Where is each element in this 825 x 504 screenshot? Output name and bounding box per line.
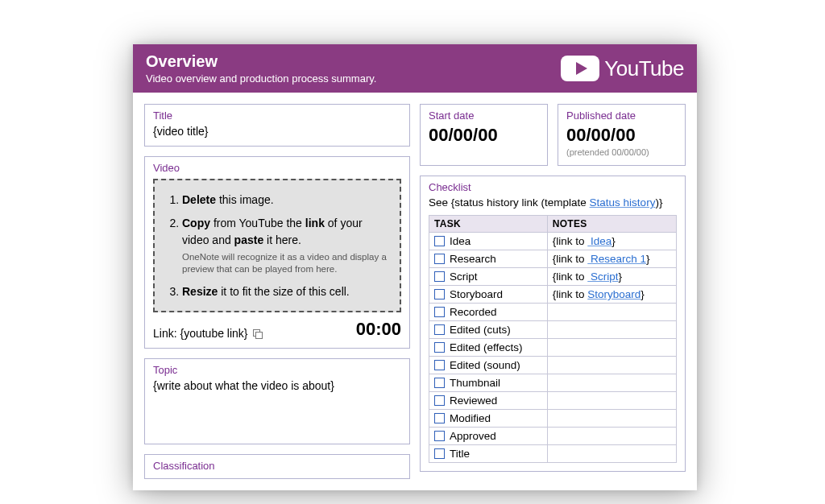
task-label: Edited (sound) <box>450 359 520 371</box>
task-checkbox[interactable] <box>434 236 445 246</box>
table-row: Reviewed <box>429 392 677 410</box>
table-row: Edited (cuts) <box>429 321 677 339</box>
task-notes[interactable] <box>547 392 676 410</box>
task-notes[interactable]: {link to Storyboard} <box>547 286 676 304</box>
task-notes[interactable] <box>547 445 676 463</box>
task-notes[interactable] <box>547 357 676 374</box>
task-notes[interactable] <box>547 339 676 357</box>
table-row: Title <box>429 445 677 463</box>
status-history-link[interactable]: Status history <box>590 196 656 209</box>
table-row: Edited (effects) <box>429 339 677 357</box>
task-notes[interactable] <box>547 428 676 445</box>
task-label: Reviewed <box>450 395 497 407</box>
task-label: Approved <box>450 430 496 442</box>
video-duration: 00:00 <box>356 319 401 340</box>
topic-label: Topic <box>153 364 401 376</box>
task-label: Modified <box>450 412 491 424</box>
published-date-sub: (pretended 00/00/00) <box>566 147 677 157</box>
task-checkbox[interactable] <box>434 289 445 300</box>
note-link[interactable]: Idea <box>587 235 611 247</box>
task-notes[interactable] <box>547 304 676 321</box>
task-checkbox[interactable] <box>434 431 445 441</box>
task-checkbox[interactable] <box>434 271 445 282</box>
task-notes[interactable] <box>547 374 676 392</box>
table-row: Recorded <box>429 304 677 321</box>
title-label: Title <box>153 109 401 122</box>
checklist-see-line: See {status history link (template Statu… <box>429 196 677 209</box>
table-row: Script{link to Script} <box>429 268 677 286</box>
note-link[interactable]: Storyboard <box>587 288 641 300</box>
table-row: Storyboard{link to Storyboard} <box>429 286 677 304</box>
title-field[interactable]: {video title} <box>153 125 401 138</box>
table-row: Edited (sound) <box>429 357 677 374</box>
classification-label: Classification <box>153 460 401 472</box>
table-row: Idea{link to Idea} <box>429 233 677 250</box>
task-checkbox[interactable] <box>434 324 445 335</box>
task-label: Recorded <box>450 306 497 318</box>
banner-subtitle: Video overview and production process su… <box>146 72 376 85</box>
start-date-value[interactable]: 00/00/00 <box>429 125 539 146</box>
banner-title: Overview <box>146 52 376 71</box>
classification-card: Classification <box>144 454 410 479</box>
task-notes[interactable] <box>547 410 676 428</box>
table-row: Modified <box>429 410 677 428</box>
col-task: TASK <box>429 216 548 233</box>
task-label: Script <box>450 271 478 283</box>
checklist-card: Checklist See {status history link (temp… <box>420 176 686 472</box>
task-checkbox[interactable] <box>434 307 445 317</box>
video-link-row[interactable]: Link: {youtube link} <box>153 327 262 340</box>
start-date-card: Start date 00/00/00 <box>420 104 548 166</box>
video-step-1: Delete this image. <box>182 192 387 208</box>
published-date-label: Published date <box>566 109 677 122</box>
youtube-logo-text: YouTube <box>604 56 684 81</box>
task-label: Title <box>450 448 470 460</box>
note-link[interactable]: Script <box>587 271 618 283</box>
copy-link-icon[interactable] <box>253 329 262 338</box>
task-label: Storyboard <box>450 288 503 300</box>
published-date-value[interactable]: 00/00/00 <box>566 125 677 146</box>
overview-banner: Overview Video overview and production p… <box>133 44 697 93</box>
start-date-label: Start date <box>429 109 539 122</box>
task-label: Edited (effects) <box>450 341 523 353</box>
task-checkbox[interactable] <box>434 254 445 264</box>
youtube-play-icon <box>561 56 599 81</box>
video-instructions[interactable]: Delete this image. Copy from YouTube the… <box>153 179 401 312</box>
task-label: Research <box>450 253 496 265</box>
video-card: Video Delete this image. Copy from YouTu… <box>144 156 410 349</box>
video-link-value: {youtube link} <box>180 327 247 340</box>
table-row: Approved <box>429 428 677 445</box>
task-notes[interactable]: {link to Research 1} <box>547 250 676 268</box>
col-notes: NOTES <box>547 216 676 233</box>
topic-field[interactable]: {write about what the video is about} <box>153 379 401 436</box>
task-notes[interactable] <box>547 321 676 339</box>
title-card: Title {video title} <box>144 104 410 147</box>
table-row: Research{link to Research 1} <box>429 250 677 268</box>
note-link[interactable]: Research 1 <box>587 253 646 265</box>
task-checkbox[interactable] <box>434 413 445 423</box>
topic-card: Topic {write about what the video is abo… <box>144 358 410 444</box>
task-checkbox[interactable] <box>434 378 445 388</box>
checklist-label: Checklist <box>429 181 677 193</box>
video-step-3: Resize it to fit the size of this cell. <box>182 283 387 300</box>
youtube-logo: YouTube <box>561 56 684 81</box>
video-step-2: Copy from YouTube the link of your video… <box>182 215 387 276</box>
task-notes[interactable]: {link to Script} <box>547 268 676 286</box>
task-label: Thumbnail <box>450 377 500 389</box>
task-checkbox[interactable] <box>434 448 445 459</box>
table-row: Thumbnail <box>429 374 677 392</box>
task-label: Idea <box>450 235 471 247</box>
template-sheet: Overview Video overview and production p… <box>133 44 697 490</box>
task-checkbox[interactable] <box>434 360 445 370</box>
video-hint: OneNote will recognize it as a video and… <box>182 251 387 276</box>
checklist-table: TASK NOTES Idea{link to Idea}Research{li… <box>429 215 677 463</box>
video-label: Video <box>153 162 401 174</box>
task-checkbox[interactable] <box>434 342 445 353</box>
published-date-card: Published date 00/00/00 (pretended 00/00… <box>558 104 686 166</box>
task-notes[interactable]: {link to Idea} <box>547 233 676 250</box>
task-label: Edited (cuts) <box>450 324 511 336</box>
task-checkbox[interactable] <box>434 395 445 406</box>
